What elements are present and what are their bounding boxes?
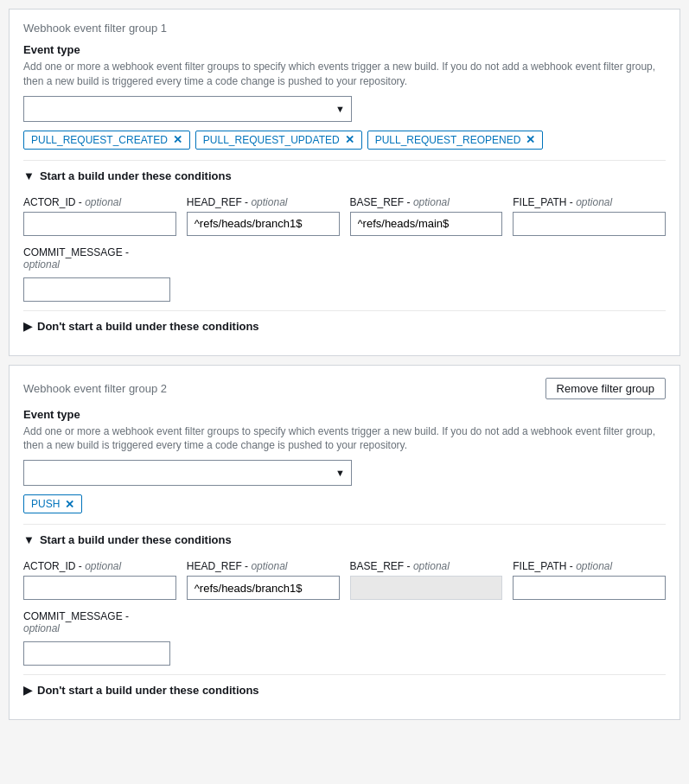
head-ref-label-1: HEAD_REF - optional xyxy=(187,196,340,208)
actor-id-input-1[interactable] xyxy=(23,212,176,236)
tag-label-pull-request-reopened: PULL_REQUEST_REOPENED xyxy=(375,134,521,146)
start-conditions-header-1[interactable]: ▼ Start a build under these conditions xyxy=(23,160,666,186)
head-ref-input-2[interactable] xyxy=(187,576,340,600)
head-ref-input-1[interactable] xyxy=(187,212,340,236)
actor-id-input-2[interactable] xyxy=(23,576,176,600)
event-type-desc-1: Add one or more a webhook event filter g… xyxy=(23,60,666,89)
file-path-field-2: FILE_PATH - optional xyxy=(513,560,666,600)
actor-id-label-1: ACTOR_ID - optional xyxy=(23,196,176,208)
actor-id-field-1: ACTOR_ID - optional xyxy=(23,196,176,236)
event-type-label-1: Event type xyxy=(23,43,666,56)
start-conditions-section-2: ▼ Start a build under these conditions A… xyxy=(23,524,666,666)
base-ref-label-2: BASE_REF - optional xyxy=(350,560,503,572)
page-container: Webhook event filter group 1 Event type … xyxy=(0,0,689,784)
commit-message-group-1: COMMIT_MESSAGE -optional xyxy=(23,246,666,302)
actor-id-label-2: ACTOR_ID - optional xyxy=(23,560,176,572)
no-start-conditions-label-1: Don't start a build under these conditio… xyxy=(37,320,259,333)
file-path-input-2[interactable] xyxy=(513,576,666,600)
event-type-dropdown-wrapper-2: ▼ xyxy=(23,460,352,486)
event-type-label-2: Event type xyxy=(23,408,666,421)
commit-message-group-2: COMMIT_MESSAGE -optional xyxy=(23,610,666,666)
start-conditions-arrow-down-icon-1: ▼ xyxy=(23,169,35,182)
head-ref-field-1: HEAD_REF - optional xyxy=(187,196,340,236)
commit-message-label-2: COMMIT_MESSAGE -optional xyxy=(23,610,666,634)
event-type-select-1[interactable] xyxy=(23,96,352,122)
base-ref-label-1: BASE_REF - optional xyxy=(350,196,503,208)
filter-group-1: Webhook event filter group 1 Event type … xyxy=(9,9,680,356)
filter-group-2-title: Webhook event filter group 2 xyxy=(23,382,167,395)
tags-row-2: PUSH ✕ xyxy=(23,494,666,513)
no-start-conditions-arrow-icon-1: ▶ xyxy=(23,320,32,333)
tag-label-pull-request-created: PULL_REQUEST_CREATED xyxy=(31,134,168,146)
event-type-select-2[interactable] xyxy=(23,460,352,486)
no-start-conditions-arrow-icon-2: ▶ xyxy=(23,684,32,697)
tag-label-pull-request-updated: PULL_REQUEST_UPDATED xyxy=(203,134,340,146)
actor-id-field-2: ACTOR_ID - optional xyxy=(23,560,176,600)
no-start-conditions-section-2: ▶ Don't start a build under these condit… xyxy=(23,674,666,700)
commit-message-input-2[interactable] xyxy=(23,641,170,666)
start-conditions-grid-2: ACTOR_ID - optional HEAD_REF - optional … xyxy=(23,560,666,600)
remove-filter-group-button[interactable]: Remove filter group xyxy=(545,378,666,399)
event-type-desc-2: Add one or more a webhook event filter g… xyxy=(23,424,666,454)
filter-group-2-header: Webhook event filter group 2 Remove filt… xyxy=(23,378,666,399)
no-start-conditions-label-2: Don't start a build under these conditio… xyxy=(37,684,259,697)
start-conditions-label-2: Start a build under these conditions xyxy=(40,533,232,546)
no-start-conditions-header-2[interactable]: ▶ Don't start a build under these condit… xyxy=(23,674,666,700)
filter-group-2: Webhook event filter group 2 Remove filt… xyxy=(9,365,680,721)
tag-pull-request-updated: PULL_REQUEST_UPDATED ✕ xyxy=(195,131,362,150)
start-conditions-header-2[interactable]: ▼ Start a build under these conditions xyxy=(23,524,666,550)
base-ref-input-2[interactable] xyxy=(350,576,503,600)
tag-remove-pull-request-reopened[interactable]: ✕ xyxy=(526,134,535,145)
tag-label-push: PUSH xyxy=(31,498,60,510)
commit-message-input-1[interactable] xyxy=(23,277,170,302)
filter-group-1-header: Webhook event filter group 1 xyxy=(23,22,666,35)
base-ref-input-1[interactable] xyxy=(350,212,503,236)
tag-push: PUSH ✕ xyxy=(23,494,82,513)
start-conditions-arrow-down-icon-2: ▼ xyxy=(23,533,35,546)
tag-remove-pull-request-created[interactable]: ✕ xyxy=(173,134,182,145)
head-ref-label-2: HEAD_REF - optional xyxy=(187,560,340,572)
file-path-input-1[interactable] xyxy=(513,212,666,236)
filter-group-1-title: Webhook event filter group 1 xyxy=(23,22,167,35)
file-path-label-2: FILE_PATH - optional xyxy=(513,560,666,572)
commit-message-label-1: COMMIT_MESSAGE -optional xyxy=(23,246,666,271)
file-path-field-1: FILE_PATH - optional xyxy=(513,196,666,236)
tag-remove-push[interactable]: ✕ xyxy=(65,499,74,510)
no-start-conditions-section-1: ▶ Don't start a build under these condit… xyxy=(23,310,666,336)
head-ref-field-2: HEAD_REF - optional xyxy=(187,560,340,600)
tag-pull-request-reopened: PULL_REQUEST_REOPENED ✕ xyxy=(367,131,544,150)
base-ref-field-1: BASE_REF - optional xyxy=(350,196,503,236)
tag-pull-request-created: PULL_REQUEST_CREATED ✕ xyxy=(23,131,190,150)
tags-row-1: PULL_REQUEST_CREATED ✕ PULL_REQUEST_UPDA… xyxy=(23,131,666,150)
start-conditions-section-1: ▼ Start a build under these conditions A… xyxy=(23,160,666,302)
no-start-conditions-header-1[interactable]: ▶ Don't start a build under these condit… xyxy=(23,310,666,336)
start-conditions-label-1: Start a build under these conditions xyxy=(40,169,232,182)
tag-remove-pull-request-updated[interactable]: ✕ xyxy=(345,134,354,145)
event-type-dropdown-wrapper-1: ▼ xyxy=(23,96,352,122)
base-ref-field-2: BASE_REF - optional xyxy=(350,560,503,600)
start-conditions-grid-1: ACTOR_ID - optional HEAD_REF - optional … xyxy=(23,196,666,236)
file-path-label-1: FILE_PATH - optional xyxy=(513,196,666,208)
